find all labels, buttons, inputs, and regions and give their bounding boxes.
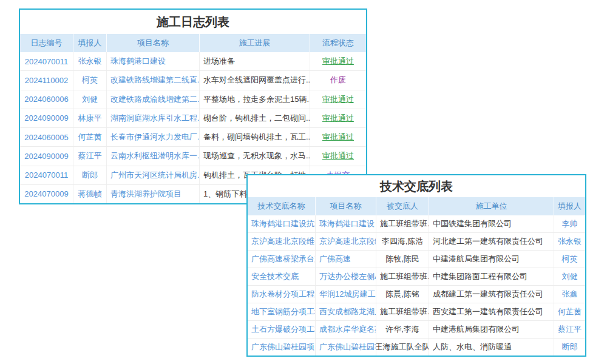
tech-project-link[interactable]: 成都水岸华庭名苑...: [316, 321, 376, 338]
log-reporter-link[interactable]: 刘健: [73, 90, 107, 109]
page-canvas: 施工日志列表 日志编号 填报人 项目名称 施工进展 流程状态 202407001…: [0, 0, 607, 364]
tech-disclosure-body: 珠海鹤港口建设抗浮... 珠海鹤港口建设 施工班组带班... 中国铁建集团有限公…: [248, 215, 585, 356]
log-col-header-project: 项目名称: [107, 34, 200, 52]
log-id-link[interactable]: 2024060006: [20, 90, 73, 109]
tech-table-row: 安全技术交底 万达办公楼左侧A... 施工班组带班... 中建集团路面工程有限公…: [248, 268, 585, 286]
log-col-header-id: 日志编号: [20, 34, 73, 52]
log-progress-text: 水车对全线遮阳网覆盖点进行...: [200, 71, 310, 89]
log-reporter-link[interactable]: 断郎: [73, 166, 107, 184]
log-id-link[interactable]: 2024070011: [20, 52, 73, 70]
tech-name-link[interactable]: 广佛高速桥梁承台施...: [248, 251, 316, 268]
log-id-link[interactable]: 2024070009: [20, 185, 73, 203]
tech-unit-text: 中建港航局集团有限公司: [429, 321, 554, 338]
tech-reporter-link[interactable]: 张永银: [554, 233, 585, 250]
tech-name-link[interactable]: 京沪高速北京段维修...: [248, 233, 316, 250]
tech-unit-text: 人防、水电、消防暖通: [429, 339, 554, 356]
log-progress-text: 现场巡查，无积水现象，水马...: [200, 147, 310, 165]
tech-unit-text: 中建港航局集团有限公司: [429, 251, 554, 268]
tech-disclosure-title: 技术交底列表: [248, 175, 585, 197]
log-status-link[interactable]: 审批通过: [310, 52, 366, 70]
log-id-link[interactable]: 2024110002: [20, 71, 73, 89]
tech-name-link[interactable]: 地下室钢筋分项工程...: [248, 303, 316, 320]
tech-project-link[interactable]: 万达办公楼左侧A...: [316, 268, 376, 285]
log-progress-text: 砌台阶，钩机排土，二包砌间...: [200, 109, 310, 127]
tech-reporter-link[interactable]: 断郎: [554, 339, 585, 356]
log-table-row: 2024110002 柯英 改建铁路线增建第二线直... 水车对全线遮阳网覆盖点…: [20, 71, 366, 90]
log-project-link[interactable]: 长春市伊通河水力发电厂...: [107, 128, 200, 146]
log-reporter-link[interactable]: 柯英: [73, 71, 107, 89]
log-status-link[interactable]: 审批通过: [310, 109, 366, 127]
log-project-link[interactable]: 改建铁路成渝线增建第二...: [107, 90, 200, 109]
tech-unit-text: 中国铁建集团有限公司: [429, 215, 554, 232]
tech-table-row: 地下室钢筋分项工程... 西安成都路龙湖上... 施工班组带班... 西安建工第…: [248, 303, 585, 321]
tech-reporter-link[interactable]: 李帅: [554, 215, 585, 232]
tech-table-row: 广东佛山碧桂园项目... 广东佛山碧桂园项目 王海施工队全队 人防、水电、消防暖…: [248, 339, 585, 356]
log-id-link[interactable]: 2024090009: [20, 109, 73, 127]
log-table-row: 2024090009 林康平 湖南洞庭湖水库引水工程... 砌台阶，钩机排土，二…: [20, 109, 366, 128]
tech-name-link[interactable]: 土石方爆破分项工程...: [248, 321, 316, 338]
tech-name-link[interactable]: 广东佛山碧桂园项目...: [248, 339, 316, 356]
tech-unit-text: 河北建工第一建筑有限责任公司: [429, 233, 554, 250]
log-status-link[interactable]: 审批通过: [310, 90, 366, 109]
tech-table-row: 广佛高速桥梁承台施... 广佛高速 陈牧,陈民 中建港航局集团有限公司 柯英: [248, 251, 585, 268]
tech-reporter-link[interactable]: 刘健: [554, 268, 585, 285]
tech-table-row: 土石方爆破分项工程... 成都水岸华庭名苑... 许华,李海 中建港航局集团有限…: [248, 321, 585, 339]
tech-project-link[interactable]: 广佛高速: [316, 251, 376, 268]
log-id-link[interactable]: 2024060005: [20, 128, 73, 146]
tech-project-link[interactable]: 西安成都路龙湖上...: [316, 303, 376, 320]
log-project-link[interactable]: 珠海鹤港口建设: [107, 52, 200, 70]
log-progress-text: 进场准备: [200, 52, 310, 70]
tech-project-link[interactable]: 华润12城房建工...: [316, 286, 376, 303]
log-reporter-link[interactable]: 蒋德帧: [73, 185, 107, 203]
construction-log-title: 施工日志列表: [20, 10, 366, 34]
log-progress-text: 备料，砌间墙钩机排土，瓦工...: [200, 128, 310, 146]
tech-reporter-link[interactable]: 蔡江平: [554, 321, 585, 338]
tech-project-link[interactable]: 广东佛山碧桂园项目: [316, 339, 376, 356]
tech-name-link[interactable]: 珠海鹤港口建设抗浮...: [248, 215, 316, 232]
tech-project-link[interactable]: 珠海鹤港口建设: [316, 215, 376, 232]
log-project-link[interactable]: 广州市天河区统计局机房...: [107, 166, 200, 184]
log-project-link[interactable]: 湖南洞庭湖水库引水工程...: [107, 109, 200, 127]
tech-name-link[interactable]: 防水卷材分项工程施...: [248, 286, 316, 303]
tech-reporter-link[interactable]: 何芷茵: [554, 303, 585, 320]
log-project-link[interactable]: 改建铁路线增建第二线直...: [107, 71, 200, 89]
log-reporter-link[interactable]: 蔡江平: [73, 147, 107, 165]
log-reporter-link[interactable]: 张永银: [73, 52, 107, 70]
tech-col-header-reporter: 填报人: [554, 197, 585, 215]
tech-disclosure-header-row: 技术交底名称 项目名称 被交底人 施工单位 填报人: [248, 197, 585, 215]
log-reporter-link[interactable]: 何芷茵: [73, 128, 107, 146]
tech-project-link[interactable]: 京沪高速北京段维修: [316, 233, 376, 250]
log-project-link[interactable]: 青海洪湖养护院项目: [107, 185, 200, 203]
tech-reporter-link[interactable]: 柯英: [554, 251, 585, 268]
tech-person-text: 李四海,陈浩: [376, 233, 429, 250]
log-table-row: 2024060005 何芷茵 长春市伊通河水力发电厂... 备料，砌间墙钩机排土…: [20, 128, 366, 147]
log-table-row: 2024090009 蔡江平 云南水利枢纽潜明水库一... 现场巡查，无积水现象…: [20, 147, 366, 166]
tech-unit-text: 成都建工第一建筑有限责任公司: [429, 286, 554, 303]
log-id-link[interactable]: 2024070011: [20, 166, 73, 184]
tech-disclosure-panel: 技术交底列表 技术交底名称 项目名称 被交底人 施工单位 填报人 珠海鹤港口建设…: [246, 174, 586, 357]
log-id-link[interactable]: 2024090009: [20, 147, 73, 165]
log-table-row: 2024060006 刘健 改建铁路成渝线增建第二... 平整场地，拉走多余泥土…: [20, 90, 366, 109]
tech-col-header-name: 技术交底名称: [248, 197, 316, 215]
log-status-text: 作废: [310, 71, 366, 89]
tech-person-text: 施工班组带班...: [376, 215, 429, 232]
tech-col-header-project: 项目名称: [316, 197, 376, 215]
log-table-row: 2024070011 张永银 珠海鹤港口建设 进场准备 审批通过: [20, 52, 366, 71]
tech-person-text: 许华,李海: [376, 321, 429, 338]
log-status-link[interactable]: 审批通过: [310, 128, 366, 146]
tech-table-row: 防水卷材分项工程施... 华润12城房建工... 陈晨,陈铭 成都建工第一建筑有…: [248, 286, 585, 303]
log-status-link[interactable]: 审批通过: [310, 147, 366, 165]
log-col-header-progress: 施工进展: [200, 34, 310, 52]
tech-person-text: 陈牧,陈民: [376, 251, 429, 268]
tech-reporter-link[interactable]: 张鑫: [554, 286, 585, 303]
tech-table-row: 珠海鹤港口建设抗浮... 珠海鹤港口建设 施工班组带班... 中国铁建集团有限公…: [248, 215, 585, 233]
tech-unit-text: 西安建工第一建筑有限责任公司: [429, 303, 554, 320]
tech-person-text: 陈晨,陈铭: [376, 286, 429, 303]
tech-person-text: 施工班组带班...: [376, 303, 429, 320]
tech-name-link[interactable]: 安全技术交底: [248, 268, 316, 285]
log-project-link[interactable]: 云南水利枢纽潜明水库一...: [107, 147, 200, 165]
log-col-header-status: 流程状态: [310, 34, 366, 52]
tech-col-header-unit: 施工单位: [429, 197, 554, 215]
log-reporter-link[interactable]: 林康平: [73, 109, 107, 127]
tech-person-text: 施工班组带班...: [376, 268, 429, 285]
